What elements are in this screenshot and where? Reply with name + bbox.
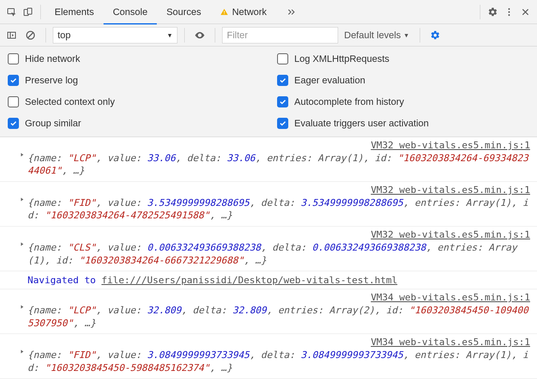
checkbox[interactable] (8, 53, 19, 64)
expand-arrow-icon[interactable] (19, 241, 25, 247)
setting-label: Hide network (25, 53, 80, 64)
console-log-entry[interactable]: VM32 web-vitals.es5.min.js:1{name: "FID"… (0, 182, 537, 227)
svg-line-11 (28, 33, 33, 38)
svg-rect-3 (224, 11, 225, 12)
clear-console-icon[interactable] (22, 27, 39, 43)
filter-input[interactable] (222, 27, 338, 43)
console-log-entry[interactable]: VM32 web-vitals.es5.min.js:1{name: "CLS"… (0, 227, 537, 271)
console-toolbar: top ▼ Default levels ▼ (0, 24, 537, 46)
log-object: {name: "FID", value: 3.5349999998288695,… (27, 196, 533, 222)
divider (46, 28, 46, 43)
tab-bar: Elements Console Sources Network (0, 0, 537, 24)
setting-label: Log XMLHttpRequests (294, 53, 389, 64)
tab-network[interactable]: Network (211, 0, 276, 24)
setting-label: Group similar (25, 118, 81, 129)
setting-label: Eager evaluation (294, 75, 365, 86)
context-label: top (58, 30, 71, 41)
log-levels-dropdown[interactable]: Default levels ▼ (341, 30, 413, 41)
setting-label: Autocomplete from history (294, 96, 404, 107)
warning-icon (220, 8, 229, 16)
chevron-down-icon: ▼ (403, 32, 409, 39)
divider (40, 5, 41, 19)
inspect-icon[interactable] (3, 4, 20, 20)
source-link[interactable]: VM34 web-vitals.es5.min.js:1 (27, 336, 533, 349)
checkbox[interactable] (277, 96, 288, 107)
setting-preserve-log[interactable]: Preserve log (8, 75, 260, 86)
tab-sources[interactable]: Sources (157, 0, 211, 24)
kebab-icon[interactable] (501, 4, 517, 20)
console-log-entry[interactable]: VM34 web-vitals.es5.min.js:1{name: "LCP"… (0, 289, 537, 334)
gear-icon[interactable] (485, 4, 501, 20)
setting-label: Selected context only (25, 96, 115, 107)
setting-user-activation[interactable]: Evaluate triggers user activation (277, 118, 529, 129)
source-link[interactable]: VM34 web-vitals.es5.min.js:1 (27, 291, 533, 304)
setting-log-xhr[interactable]: Log XMLHttpRequests (277, 53, 529, 64)
svg-rect-8 (8, 32, 15, 38)
checkbox[interactable] (8, 118, 19, 129)
close-icon[interactable] (517, 4, 534, 20)
setting-eager-eval[interactable]: Eager evaluation (277, 75, 529, 86)
console-log-entry[interactable]: VM34 web-vitals.es5.min.js:1{name: "FID"… (0, 334, 537, 379)
source-link[interactable]: VM32 web-vitals.es5.min.js:1 (27, 139, 533, 152)
log-object: {name: "CLS", value: 0.00633249366938823… (27, 241, 533, 266)
expand-arrow-icon[interactable] (19, 304, 25, 310)
expand-arrow-icon[interactable] (19, 196, 25, 202)
checkbox[interactable] (277, 75, 288, 86)
sidebar-toggle-icon[interactable] (3, 27, 20, 43)
eye-icon[interactable] (192, 27, 208, 43)
log-object: {name: "LCP", value: 33.06, delta: 33.06… (27, 152, 533, 177)
log-object: {name: "LCP", value: 32.809, delta: 32.8… (27, 304, 533, 329)
checkbox[interactable] (277, 118, 288, 129)
setting-label: Preserve log (25, 75, 78, 86)
checkbox[interactable] (8, 75, 19, 86)
tab-console[interactable]: Console (104, 0, 157, 24)
context-selector[interactable]: top ▼ (53, 27, 177, 43)
tab-elements[interactable]: Elements (45, 0, 104, 24)
tab-overflow[interactable] (276, 0, 306, 24)
divider (184, 28, 185, 43)
source-link[interactable]: VM32 web-vitals.es5.min.js:1 (27, 228, 533, 241)
console-settings-panel: Hide network Log XMLHttpRequests Preserv… (0, 46, 537, 137)
log-object: {name: "FID", value: 3.0849999993733945,… (27, 349, 533, 374)
console-settings-icon[interactable] (427, 27, 443, 43)
setting-group-similar[interactable]: Group similar (8, 118, 260, 129)
svg-rect-4 (224, 13, 225, 14)
setting-label: Evaluate triggers user activation (294, 118, 429, 129)
svg-rect-2 (27, 8, 32, 14)
setting-selected-only[interactable]: Selected context only (8, 96, 260, 107)
navigation-log: Navigated to file:///Users/panissidi/Des… (0, 271, 537, 289)
tab-network-label: Network (232, 6, 267, 18)
nav-prefix: Navigated to (27, 275, 101, 285)
setting-autocomplete[interactable]: Autocomplete from history (277, 96, 529, 107)
chevron-down-icon: ▼ (167, 32, 173, 39)
setting-hide-network[interactable]: Hide network (8, 53, 260, 64)
log-levels-label: Default levels (344, 30, 401, 41)
divider (480, 5, 480, 19)
checkbox[interactable] (277, 53, 288, 64)
console-log-area: VM32 web-vitals.es5.min.js:1{name: "LCP"… (0, 137, 537, 379)
divider (215, 28, 215, 43)
console-log-entry[interactable]: VM32 web-vitals.es5.min.js:1{name: "LCP"… (0, 137, 537, 182)
divider (420, 28, 420, 43)
device-toggle-icon[interactable] (20, 4, 36, 20)
source-link[interactable]: VM32 web-vitals.es5.min.js:1 (27, 184, 533, 196)
svg-point-7 (508, 14, 510, 16)
svg-point-5 (508, 8, 510, 10)
checkbox[interactable] (8, 96, 19, 107)
expand-arrow-icon[interactable] (19, 152, 25, 158)
svg-point-6 (508, 11, 510, 13)
expand-arrow-icon[interactable] (19, 349, 25, 355)
nav-url-link[interactable]: file:///Users/panissidi/Desktop/web-vita… (101, 275, 397, 285)
svg-rect-0 (8, 9, 14, 14)
